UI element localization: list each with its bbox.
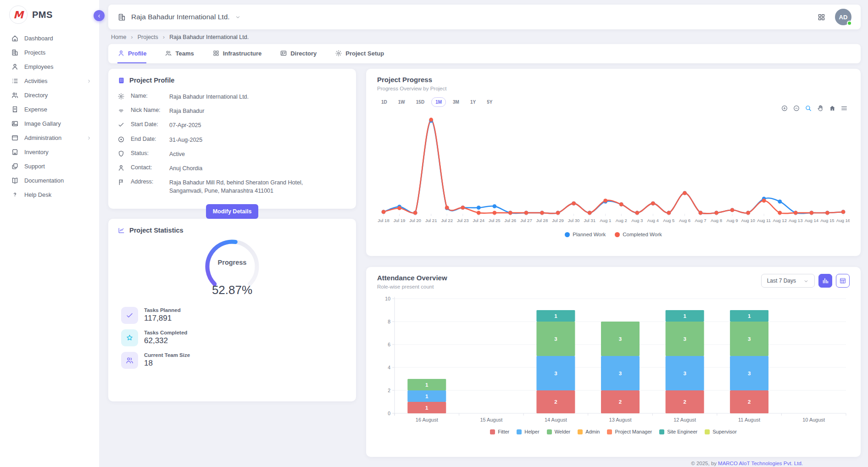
marker-completed-work-aug-11[interactable] — [762, 199, 766, 203]
bar-value-label: 1 — [425, 382, 428, 388]
sidebar-item-directory[interactable]: Directory — [0, 88, 99, 102]
app-logo[interactable]: M PMS — [0, 0, 99, 31]
sidebar-item-label: Dashboard — [24, 35, 92, 42]
marker-completed-work-jul-29[interactable] — [556, 211, 560, 215]
tab-project-setup[interactable]: Project Setup — [335, 44, 384, 63]
breadcrumb-item-home[interactable]: Home — [111, 34, 126, 40]
marker-completed-work-jul-28[interactable] — [540, 211, 544, 215]
legend-planned-work[interactable]: Planned Work — [565, 232, 606, 237]
marker-completed-work-aug-4[interactable] — [651, 201, 655, 206]
range-button-1y[interactable]: 1Y — [466, 97, 480, 107]
legend-label: Project Manager — [615, 429, 652, 434]
legend-helper[interactable]: Helper — [517, 429, 539, 434]
sidebar-item-help-desk[interactable]: Help Desk — [0, 188, 99, 202]
person-icon — [117, 164, 125, 172]
magnify-icon — [805, 105, 812, 112]
chart-menu-button[interactable] — [840, 105, 848, 112]
marker-completed-work-jul-31[interactable] — [588, 211, 592, 215]
legend-dot — [565, 232, 570, 237]
sidebar-item-projects[interactable]: Projects — [0, 45, 99, 60]
breadcrumb-item-projects[interactable]: Projects — [138, 34, 158, 40]
legend-welder[interactable]: Welder — [547, 429, 571, 434]
zoom-in-button[interactable] — [781, 105, 788, 112]
marker-completed-work-aug-16[interactable] — [841, 210, 846, 214]
legend-admin[interactable]: Admin — [578, 429, 600, 434]
footer-company-link[interactable]: MARCO AIoT Technologies Pvt. Ltd. — [718, 461, 803, 466]
tab-profile[interactable]: Profile — [117, 44, 146, 63]
marker-completed-work-aug-6[interactable] — [683, 191, 687, 195]
stat-current-team-size: Current Team Size 18 — [117, 352, 347, 369]
marker-completed-work-jul-25[interactable] — [493, 211, 497, 215]
marker-completed-work-aug-12[interactable] — [778, 211, 782, 215]
marker-completed-work-aug-2[interactable] — [619, 202, 623, 206]
range-button-1m[interactable]: 1M — [431, 97, 446, 107]
tab-infrastructure[interactable]: Infrastructure — [212, 44, 262, 63]
range-button-15d[interactable]: 15D — [412, 97, 428, 107]
marker-planned-work-jul-25[interactable] — [493, 204, 497, 208]
legend-label: Helper — [524, 429, 539, 434]
marker-completed-work-aug-7[interactable] — [699, 211, 703, 215]
field-value: Raja Bahadur Mill Rd, behind Sheraton Gr… — [169, 178, 347, 195]
marker-planned-work-aug-12[interactable] — [778, 200, 782, 204]
legend-site-engineer[interactable]: Site Engineer — [659, 429, 697, 434]
sidebar-item-expense[interactable]: Expense — [0, 102, 99, 117]
sidebar-item-inventory[interactable]: Inventory — [0, 145, 99, 159]
marker-completed-work-aug-3[interactable] — [635, 211, 639, 215]
marker-completed-work-jul-30[interactable] — [572, 201, 576, 206]
marker-completed-work-jul-24[interactable] — [477, 211, 481, 215]
menu-icon — [840, 105, 848, 112]
marker-completed-work-aug-9[interactable] — [730, 208, 734, 212]
tab-directory[interactable]: Directory — [280, 44, 317, 63]
zoom-out-button[interactable] — [793, 105, 800, 112]
marker-completed-work-jul-18[interactable] — [382, 210, 386, 214]
legend-project-manager[interactable]: Project Manager — [607, 429, 652, 434]
company-selector[interactable]: Raja Bahadur International Ltd. — [117, 12, 241, 21]
reset-zoom-button[interactable] — [829, 105, 836, 112]
marker-planned-work-jul-24[interactable] — [477, 206, 481, 210]
sidebar-item-documentation[interactable]: Documentation — [0, 173, 99, 188]
marker-completed-work-jul-23[interactable] — [461, 206, 465, 210]
marker-completed-work-aug-13[interactable] — [794, 211, 798, 215]
range-button-1w[interactable]: 1W — [394, 97, 409, 107]
avatar[interactable]: AD — [835, 9, 851, 25]
marker-completed-work-aug-14[interactable] — [810, 211, 814, 215]
x-axis-label: Aug 14 — [805, 218, 819, 223]
sidebar-collapse-button[interactable]: ‹ — [94, 10, 105, 21]
gauge-label: Progress — [218, 259, 247, 266]
sidebar-item-administration[interactable]: Administration — [0, 131, 99, 145]
sidebar-item-employees[interactable]: Employees — [0, 60, 99, 74]
marker-completed-work-aug-1[interactable] — [603, 199, 607, 203]
sidebar-item-label: Directory — [24, 92, 92, 99]
legend-label: Welder — [555, 429, 571, 434]
modify-details-button[interactable]: Modify Details — [206, 204, 259, 219]
range-button-1d[interactable]: 1D — [377, 97, 391, 107]
sidebar-item-support[interactable]: Support — [0, 159, 99, 173]
sidebar-item-activities[interactable]: Activities — [0, 74, 99, 88]
marker-completed-work-jul-26[interactable] — [508, 211, 512, 215]
marker-completed-work-aug-5[interactable] — [667, 211, 671, 215]
marker-completed-work-aug-15[interactable] — [825, 211, 829, 215]
marker-completed-work-jul-22[interactable] — [445, 206, 449, 210]
table-view-button[interactable] — [836, 274, 850, 288]
marker-completed-work-aug-8[interactable] — [714, 211, 718, 215]
marker-completed-work-jul-21[interactable] — [429, 118, 433, 122]
tab-teams[interactable]: Teams — [165, 44, 194, 63]
range-button-3m[interactable]: 3M — [449, 97, 463, 107]
marker-completed-work-jul-27[interactable] — [524, 211, 529, 215]
legend-fitter[interactable]: Fitter — [490, 429, 509, 434]
range-button-5y[interactable]: 5Y — [483, 97, 496, 107]
marker-completed-work-aug-10[interactable] — [746, 211, 750, 215]
selection-zoom-button[interactable] — [805, 105, 812, 112]
legend-completed-work[interactable]: Completed Work — [615, 232, 662, 237]
profile-field-start-date: Start Date: 07-Apr-2025 — [117, 118, 347, 133]
marker-completed-work-jul-20[interactable] — [413, 211, 417, 215]
marker-completed-work-jul-19[interactable] — [397, 206, 401, 210]
range-select[interactable]: Last 7 Days — [761, 274, 815, 288]
legend-supervisor[interactable]: Supervisor — [705, 429, 737, 434]
chart-view-button[interactable] — [818, 274, 832, 288]
people-icon — [125, 356, 134, 365]
apps-grid-button[interactable] — [817, 13, 826, 22]
pan-button[interactable] — [817, 105, 824, 112]
sidebar-item-image-gallary[interactable]: Image Gallary — [0, 117, 99, 131]
sidebar-item-dashboard[interactable]: Dashboard — [0, 31, 99, 45]
